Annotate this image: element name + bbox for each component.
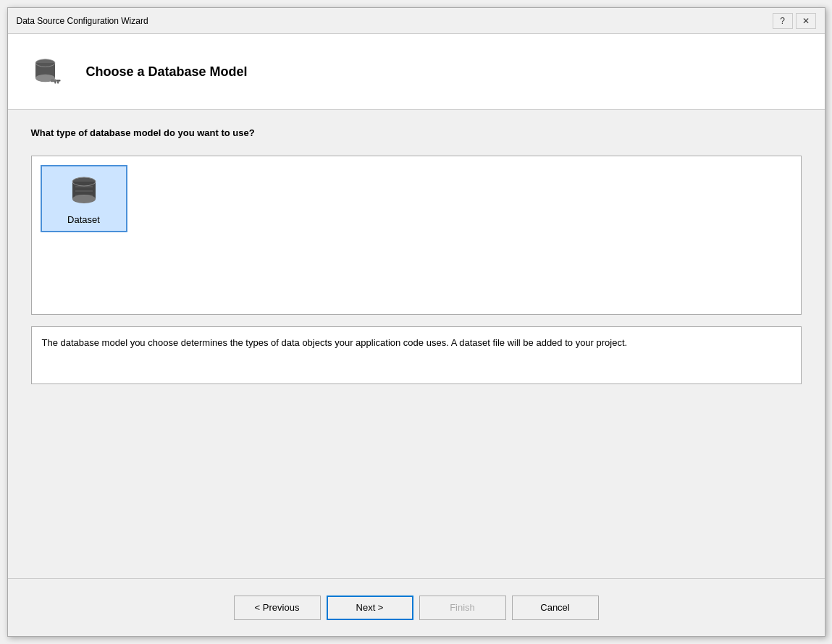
section-question: What type of database model do you want … — [31, 127, 802, 138]
cancel-button[interactable]: Cancel — [512, 596, 599, 620]
svg-rect-6 — [54, 81, 56, 84]
model-selection-box[interactable]: Dataset — [31, 156, 802, 315]
header-icon-container — [25, 48, 72, 95]
dataset-icon — [65, 172, 103, 210]
model-item-dataset[interactable]: Dataset — [41, 165, 127, 232]
next-button[interactable]: Next > — [327, 596, 413, 620]
database-with-plug-icon — [31, 54, 66, 89]
header-title: Choose a Database Model — [86, 64, 248, 80]
svg-rect-7 — [57, 81, 59, 84]
title-bar-left: Data Source Configuration Wizard — [17, 16, 148, 26]
main-content: What type of database model do you want … — [8, 110, 825, 578]
window-title: Data Source Configuration Wizard — [17, 16, 148, 26]
help-button[interactable]: ? — [773, 13, 793, 29]
footer-bar: < Previous Next > Finish Cancel — [8, 578, 825, 636]
description-text: The database model you choose determines… — [42, 337, 628, 348]
svg-point-10 — [72, 195, 96, 203]
dialog-window: Data Source Configuration Wizard ? ✕ — [7, 7, 825, 637]
header-section: Choose a Database Model — [8, 34, 825, 110]
title-bar-controls: ? ✕ — [773, 13, 816, 29]
close-button[interactable]: ✕ — [796, 13, 816, 29]
previous-button[interactable]: < Previous — [234, 596, 321, 620]
title-bar: Data Source Configuration Wizard ? ✕ — [8, 8, 825, 34]
finish-button[interactable]: Finish — [419, 596, 506, 620]
model-item-label-dataset: Dataset — [67, 214, 100, 225]
description-box: The database model you choose determines… — [31, 326, 802, 384]
